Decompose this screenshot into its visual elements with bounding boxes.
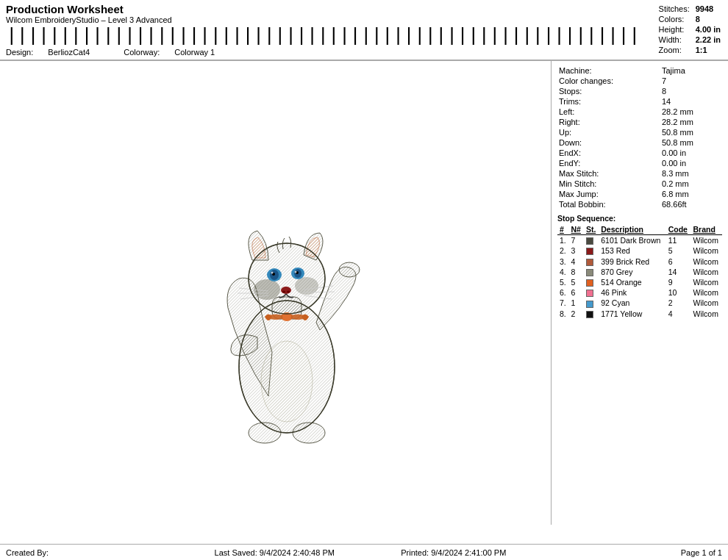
row-n: 1 xyxy=(568,298,583,308)
machine-value: Tajima xyxy=(660,65,722,76)
stops-value: 8 xyxy=(660,86,722,96)
row-swatch xyxy=(584,235,599,246)
left-value: 28.2 mm xyxy=(660,107,722,117)
endy-label: EndY: xyxy=(557,158,660,168)
footer-printed: Printed: 9/4/2024 2:41:00 PM xyxy=(364,548,543,557)
color-swatch-icon xyxy=(586,279,593,287)
col-code: Code xyxy=(666,224,691,235)
table-row: 3. 4 399 Brick Red 6 Wilcom xyxy=(557,256,722,266)
zoom-label: Zoom: xyxy=(659,46,694,54)
svg-point-21 xyxy=(281,287,291,294)
row-code-num: 399 Brick Red xyxy=(599,256,665,266)
row-code: 9 xyxy=(666,277,691,287)
design-preview-area xyxy=(0,61,552,525)
row-swatch xyxy=(584,309,599,319)
up-value: 50.8 mm xyxy=(660,127,722,137)
trims-label: Trims: xyxy=(557,96,660,107)
table-row: 4. 8 870 Grey 14 Wilcom xyxy=(557,267,722,277)
row-num: 8. xyxy=(557,309,568,319)
row-code: 2 xyxy=(666,298,691,308)
colorway-label: Colorway: xyxy=(124,48,160,57)
endx-value: 0.00 in xyxy=(660,148,722,158)
col-n: N# xyxy=(568,224,583,235)
colors-label: Colors: xyxy=(659,15,694,24)
row-num: 1. xyxy=(557,235,568,246)
max-jump-label: Max Jump: xyxy=(557,189,660,199)
row-code: 10 xyxy=(666,287,691,298)
row-code-num: 514 Orange xyxy=(599,277,665,287)
row-n: 5 xyxy=(568,277,583,287)
color-swatch-icon xyxy=(586,311,593,318)
row-code-num: 153 Red xyxy=(599,245,665,256)
left-label: Left: xyxy=(557,107,660,117)
width-label: Width: xyxy=(659,35,694,44)
stop-sequence-title: Stop Sequence: xyxy=(557,214,722,223)
footer-last-saved: Last Saved: 9/4/2024 2:40:48 PM xyxy=(185,548,365,557)
data-panel: Machine: Tajima Color changes: 7 Stops: … xyxy=(552,61,728,525)
row-brand: Wilcom xyxy=(691,235,722,246)
svg-point-5 xyxy=(261,341,313,422)
total-bobbin-value: 68.66ft xyxy=(660,199,722,209)
col-hash: # xyxy=(557,224,568,235)
color-swatch-icon xyxy=(586,290,593,297)
stitches-label: Stitches: xyxy=(659,4,694,13)
color-changes-value: 7 xyxy=(660,76,722,86)
row-code-num: 46 Pink xyxy=(599,287,665,298)
row-brand: Wilcom xyxy=(691,245,722,256)
max-jump-value: 6.8 mm xyxy=(660,189,722,199)
page-footer: Created By: Last Saved: 9/4/2024 2:40:48… xyxy=(0,544,728,560)
row-n: 4 xyxy=(568,256,583,266)
stitches-value: 9948 xyxy=(696,4,721,13)
stops-label: Stops: xyxy=(557,86,660,96)
row-swatch xyxy=(584,298,599,308)
zoom-value: 1:1 xyxy=(696,46,721,54)
row-code-num: 6101 Dark Brown xyxy=(599,235,665,246)
min-stitch-label: Min Stitch: xyxy=(557,179,660,189)
table-row: 8. 2 1771 Yellow 4 Wilcom xyxy=(557,309,722,319)
table-row: 7. 1 92 Cyan 2 Wilcom xyxy=(557,298,722,308)
page-title: Production Worksheet xyxy=(6,3,722,15)
row-swatch xyxy=(584,245,599,256)
row-num: 3. xyxy=(557,256,568,266)
svg-point-20 xyxy=(294,270,296,273)
max-stitch-label: Max Stitch: xyxy=(557,168,660,179)
color-changes-label: Color changes: xyxy=(557,76,660,86)
machine-label: Machine: xyxy=(557,65,660,76)
max-stitch-value: 8.3 mm xyxy=(660,168,722,179)
table-row: 2. 3 153 Red 5 Wilcom xyxy=(557,245,722,256)
col-brand: Brand xyxy=(691,224,722,235)
row-swatch xyxy=(584,267,599,277)
row-brand: Wilcom xyxy=(691,277,722,287)
design-label: Design: xyxy=(6,48,33,57)
right-value: 28.2 mm xyxy=(660,117,722,127)
stop-sequence-section: Stop Sequence: # N# St. Description Code… xyxy=(557,214,722,319)
color-swatch-icon xyxy=(586,269,593,276)
main-content: Machine: Tajima Color changes: 7 Stops: … xyxy=(0,60,728,525)
colorway-value: Colorway 1 xyxy=(174,48,215,57)
page-header: Production Worksheet Wilcom EmbroiderySt… xyxy=(0,0,728,60)
width-value: 2.22 in xyxy=(696,35,721,44)
machine-info-table: Machine: Tajima Color changes: 7 Stops: … xyxy=(557,65,722,209)
up-label: Up: xyxy=(557,127,660,137)
table-row: 6. 6 46 Pink 10 Wilcom xyxy=(557,287,722,298)
row-code: 6 xyxy=(666,256,691,266)
row-swatch xyxy=(584,277,599,287)
row-n: 2 xyxy=(568,309,583,319)
barcode: ||||||||||||||||||||||||||||||||||||||||… xyxy=(6,26,722,46)
cat-embroidery xyxy=(173,146,379,440)
row-n: 6 xyxy=(568,287,583,298)
total-bobbin-label: Total Bobbin: xyxy=(557,199,660,209)
color-swatch-icon xyxy=(586,301,593,308)
row-n: 7 xyxy=(568,235,583,246)
row-n: 3 xyxy=(568,245,583,256)
row-code-num: 1771 Yellow xyxy=(599,309,665,319)
row-num: 5. xyxy=(557,277,568,287)
row-brand: Wilcom xyxy=(691,287,722,298)
row-swatch xyxy=(584,256,599,266)
color-swatch-icon xyxy=(586,237,593,245)
row-brand: Wilcom xyxy=(691,267,722,277)
svg-point-22 xyxy=(282,290,285,292)
svg-point-23 xyxy=(287,290,290,292)
height-value: 4.00 in xyxy=(696,25,721,34)
svg-point-6 xyxy=(339,262,360,277)
